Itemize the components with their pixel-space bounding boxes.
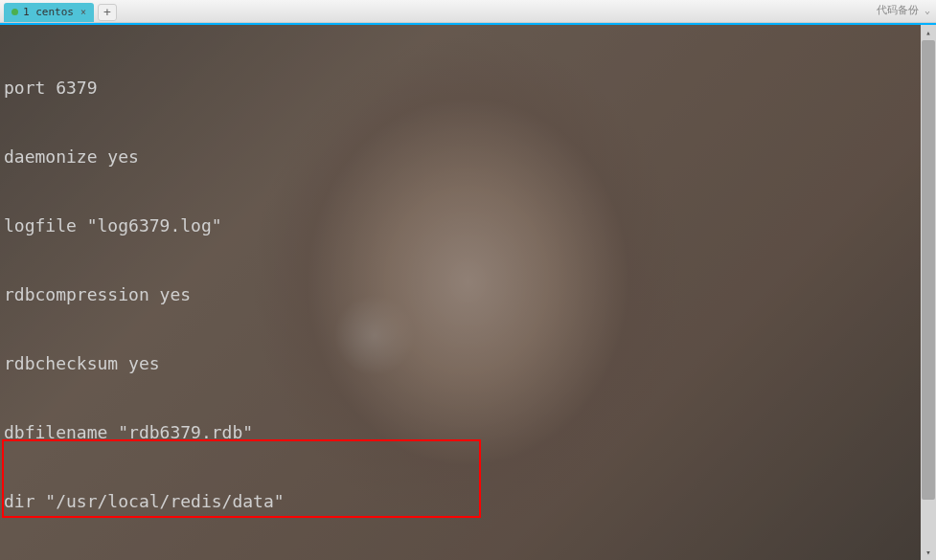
config-line: daemonize yes bbox=[4, 146, 932, 168]
chevron-down-icon[interactable]: ⌄ bbox=[925, 5, 930, 15]
backup-label: 代码备份 bbox=[877, 3, 919, 17]
config-line: port 6379 bbox=[4, 77, 932, 100]
scroll-down-icon[interactable]: ▾ bbox=[921, 545, 936, 560]
tab-status-dot bbox=[11, 9, 18, 15]
editor-content[interactable]: port 6379 daemonize yes logfile "log6379… bbox=[0, 25, 936, 560]
config-line: rdbcompression yes bbox=[4, 283, 932, 306]
tab-centos[interactable]: 1 centos × bbox=[4, 3, 94, 22]
scroll-thumb[interactable] bbox=[922, 40, 935, 500]
new-tab-button[interactable]: + bbox=[98, 4, 117, 21]
tab-label: 1 centos bbox=[23, 6, 74, 18]
scrollbar[interactable]: ▴ ▾ bbox=[921, 25, 936, 560]
scroll-up-icon[interactable]: ▴ bbox=[921, 25, 936, 40]
tab-bar: 1 centos × + 代码备份 ⌄ bbox=[0, 0, 936, 23]
config-line: dbfilename "rdb6379.rdb" bbox=[4, 421, 932, 444]
tabbar-right: 代码备份 ⌄ bbox=[877, 3, 930, 17]
terminal-area[interactable]: port 6379 daemonize yes logfile "log6379… bbox=[0, 23, 936, 560]
config-line: logfile "log6379.log" bbox=[4, 214, 932, 237]
config-line: rdbchecksum yes bbox=[4, 352, 932, 375]
config-line: dir "/usr/local/redis/data" bbox=[4, 490, 932, 513]
tab-close-icon[interactable]: × bbox=[80, 7, 86, 17]
plus-icon: + bbox=[103, 5, 111, 19]
